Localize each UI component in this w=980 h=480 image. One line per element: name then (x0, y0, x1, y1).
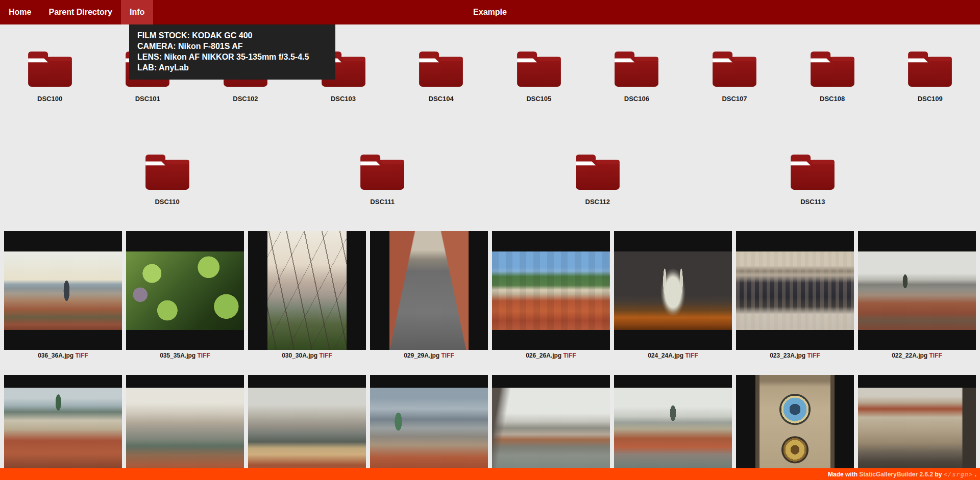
thumbnail-image[interactable] (492, 375, 610, 480)
nav-item-info[interactable]: Info (121, 0, 153, 24)
thumbnail-image[interactable] (858, 375, 976, 480)
footer-made-with: Made with (828, 471, 859, 478)
thumbnail-image[interactable] (126, 231, 244, 350)
photo-placeholder (126, 251, 244, 330)
photo-placeholder (492, 388, 610, 480)
tiff-link[interactable]: TIFF (807, 352, 820, 359)
folder-label: DSC108 (820, 95, 845, 103)
thumbnail-item (492, 375, 610, 480)
folder-item-dsc109[interactable]: DSC109 (882, 39, 978, 116)
folder-item-dsc107[interactable]: DSC107 (687, 39, 782, 116)
tooltip-lens: LENS: Nikon AF NIKKOR 35-135mm f/3.5-4.5 (137, 52, 327, 62)
thumbnail-item: 035_35A.jpg TIFF (126, 231, 244, 360)
thumbnail-filename: 024_24A.jpg (648, 352, 683, 359)
footer-builder-link[interactable]: StaticGalleryBuilder 2.6.2 (859, 471, 933, 478)
footer-by: by (933, 471, 944, 478)
folder-icon (789, 152, 837, 192)
thumbnail-caption: 022_22A.jpg TIFF (858, 352, 976, 360)
folder-label: DSC105 (526, 95, 551, 103)
folder-label: DSC112 (585, 198, 610, 206)
photo-placeholder (389, 231, 469, 350)
thumbnail-image[interactable] (614, 231, 732, 350)
folder-label: DSC111 (370, 198, 395, 206)
folder-label: DSC102 (233, 95, 258, 103)
thumbnail-item (370, 375, 488, 480)
thumbnail-caption: 030_30A.jpg TIFF (248, 352, 366, 360)
folder-icon (417, 49, 465, 89)
thumbnail-image[interactable] (4, 375, 122, 480)
photo-placeholder (858, 251, 976, 330)
folder-item-dsc100[interactable]: DSC100 (2, 39, 98, 116)
folder-icon (574, 152, 622, 192)
tiff-link[interactable]: TIFF (76, 352, 88, 359)
folder-icon (710, 49, 758, 89)
thumbnail-image[interactable] (4, 231, 122, 350)
info-tooltip: FILM STOCK: KODAK GC 400 CAMERA: Nikon F… (129, 24, 335, 80)
nav-item-home[interactable]: Home (0, 0, 40, 24)
thumbnail-image[interactable] (126, 375, 244, 480)
thumbnail-image[interactable] (614, 375, 732, 480)
photo-placeholder (126, 388, 244, 480)
folder-label: DSC106 (624, 95, 649, 103)
photo-placeholder (4, 388, 122, 480)
thumbnail-caption: 026_26A.jpg TIFF (492, 352, 610, 360)
folder-item-dsc106[interactable]: DSC106 (589, 39, 684, 116)
tiff-link[interactable]: TIFF (685, 352, 698, 359)
thumbnail-caption: 024_24A.jpg TIFF (614, 352, 732, 360)
thumbnail-image[interactable] (736, 375, 854, 480)
folder-item-dsc105[interactable]: DSC105 (491, 39, 587, 116)
thumbnail-filename: 026_26A.jpg (526, 352, 561, 359)
footer: Made with StaticGalleryBuilder 2.6.2 by … (0, 468, 980, 480)
folder-icon (808, 49, 856, 89)
tiff-link[interactable]: TIFF (442, 352, 454, 359)
thumbnail-filename: 030_30A.jpg (282, 352, 317, 359)
folder-icon (515, 49, 563, 89)
folder-item-dsc113[interactable]: DSC113 (765, 142, 861, 219)
tiff-link[interactable]: TIFF (564, 352, 576, 359)
thumbnail-caption: 035_35A.jpg TIFF (126, 352, 244, 360)
photo-placeholder (370, 388, 488, 480)
photo-placeholder (858, 388, 976, 480)
footer-srgn-logo[interactable]: </srgn> (944, 471, 973, 478)
photo-placeholder (614, 388, 732, 480)
folder-icon (612, 49, 660, 89)
thumbnail-filename: 036_36A.jpg (38, 352, 74, 359)
thumbnail-filename: 023_23A.jpg (770, 352, 805, 359)
thumbnail-item (126, 375, 244, 480)
thumbnail-image[interactable] (492, 231, 610, 350)
thumbnail-image[interactable] (370, 375, 488, 480)
thumbnail-image[interactable] (248, 375, 366, 480)
thumbnail-filename: 029_29A.jpg (404, 352, 439, 359)
footer-period: . (973, 471, 976, 478)
folder-label: DSC103 (331, 95, 356, 103)
tooltip-camera: CAMERA: Nikon F-801S AF (137, 41, 327, 52)
folder-item-dsc108[interactable]: DSC108 (785, 39, 880, 116)
thumbnail-image[interactable] (736, 231, 854, 350)
nav-title-example: Example (473, 0, 507, 24)
photo-placeholder (614, 251, 732, 330)
thumbnail-item: 036_36A.jpg TIFF (4, 231, 122, 360)
thumbnail-item: 022_22A.jpg TIFF (858, 231, 976, 360)
folder-label: DSC100 (37, 95, 62, 103)
thumbnail-image[interactable] (858, 231, 976, 350)
tooltip-film-stock: FILM STOCK: KODAK GC 400 (137, 30, 327, 41)
folder-item-dsc104[interactable]: DSC104 (393, 39, 489, 116)
tiff-link[interactable]: TIFF (198, 352, 210, 359)
photo-placeholder (755, 375, 835, 480)
thumbnail-filename: 035_35A.jpg (160, 352, 195, 359)
folder-label: DSC107 (722, 95, 747, 103)
navbar: Home Parent Directory Info Example (0, 0, 980, 24)
folder-item-dsc110[interactable]: DSC110 (119, 142, 215, 219)
photo-placeholder (4, 251, 122, 330)
nav-item-parent-directory[interactable]: Parent Directory (40, 0, 121, 24)
thumbnail-item (4, 375, 122, 480)
tiff-link[interactable]: TIFF (320, 352, 332, 359)
thumbnail-item (858, 375, 976, 480)
thumbnail-item: 029_29A.jpg TIFF (370, 231, 488, 360)
folder-item-dsc112[interactable]: DSC112 (550, 142, 646, 219)
thumbnail-caption: 023_23A.jpg TIFF (736, 352, 854, 360)
tiff-link[interactable]: TIFF (929, 352, 942, 359)
folder-item-dsc111[interactable]: DSC111 (334, 142, 430, 219)
thumbnail-image[interactable] (248, 231, 366, 350)
thumbnail-image[interactable] (370, 231, 488, 350)
